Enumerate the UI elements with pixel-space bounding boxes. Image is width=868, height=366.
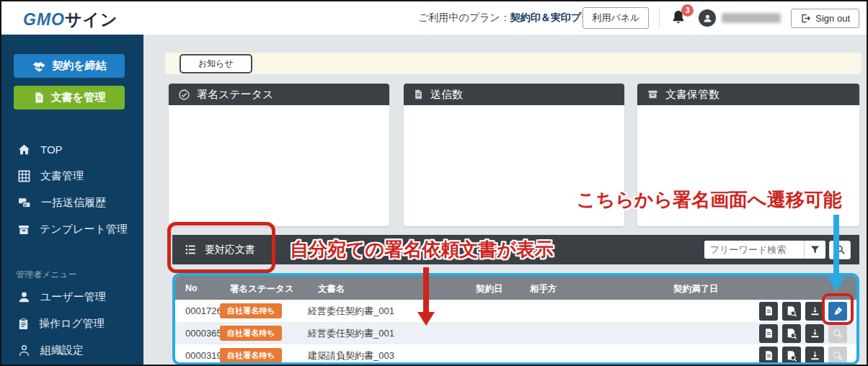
sidebar-item-label: 文書管理 [40,169,84,183]
row-actions [759,347,856,365]
topbar-divider [659,9,660,27]
main-content: お知らせ 署名ステータス 送信数 [143,35,867,365]
sidebar-spacer [1,117,143,136]
notice-bar: お知らせ [165,53,862,74]
sign-unavailable-button [828,324,847,343]
usage-panel-button[interactable]: 利用パネル [583,7,649,29]
topbar-controls: 利用パネル 3 Sig [583,1,859,35]
sidebar-item-label: テンプレート管理 [40,223,128,236]
notice-button[interactable]: お知らせ [180,54,252,73]
conclude-contract-label: 契約を締結 [52,59,106,73]
sidebar-item-operation-log[interactable]: 操作ログ管理 [1,311,143,337]
col-expiry-date: 契約満了日 [673,283,719,295]
manage-documents-button[interactable]: 文書を管理 [14,86,125,110]
username-redacted [722,13,781,23]
cell-document-name: 経営委任契約書_001 [308,305,466,318]
document-detail-button[interactable] [782,302,801,321]
logo-sign-text: サイン [65,10,118,29]
sidebar-item-batch-send-history[interactable]: 一括送信履歴 [1,189,143,216]
sign-document-button[interactable] [828,302,847,321]
sign-out-label: Sign out [815,13,850,24]
notification-count-badge: 3 [681,4,694,17]
sidebar-item-user-management[interactable]: ユーザー管理 [1,284,143,311]
file-icon [413,89,424,100]
panel-title: 署名ステータス [197,88,273,102]
app-window: GMOサイン ご利用中のプラン：契約印＆実印プラン+ 管理 利用パネル 3 [0,0,868,366]
person-icon [702,13,713,24]
row-actions [759,302,856,321]
download-button[interactable] [805,347,824,365]
panel-stored-documents: 文書保管数 [637,84,859,226]
sidebar-item-template-management[interactable]: テンプレート管理 [1,216,143,243]
conclude-contract-button[interactable]: 契約を締結 [14,54,125,78]
cell-no: 0000365 [175,328,220,339]
sidebar-item-top[interactable]: TOP [1,136,143,163]
storage-icon [647,89,659,100]
cell-no: 0000319 [175,350,220,361]
panel-sent-count: 送信数 [404,84,624,226]
search-box [704,241,825,259]
view-document-button[interactable] [759,347,778,365]
cell-no: 0001726 [175,305,220,316]
table-row[interactable]: 0000319 自社署名待ち 建築請負契約書_003 [175,344,856,365]
view-document-button[interactable] [759,324,778,343]
sign-unavailable-button [828,347,847,365]
panel-header: 送信数 [404,84,624,105]
gmo-sign-logo[interactable]: GMOサイン [23,9,118,31]
download-button[interactable] [805,302,824,321]
exit-icon [800,13,811,24]
notification-bell-icon[interactable]: 3 [670,9,688,27]
funnel-icon [810,244,820,255]
document-detail-button[interactable] [782,324,801,343]
keyword-search-input[interactable] [704,241,804,259]
document-detail-button[interactable] [782,347,801,365]
account-area[interactable] [699,9,781,27]
col-partner: 相手方 [530,283,557,295]
sidebar-item-document-management[interactable]: 文書管理 [1,163,143,189]
table-header: No 署名ステータス 文書名 契約日 相手方 契約満了日 [175,276,856,300]
pending-documents-label: 要対応文書 [205,244,255,256]
search-button[interactable] [829,241,851,259]
sidebar: 契約を締結 文書を管理 TOP 文書管理 [1,35,143,365]
sidebar-item-label: 一括送信履歴 [41,196,106,210]
panel-title: 送信数 [430,88,463,102]
download-button[interactable] [805,324,824,343]
table-row[interactable]: 0000365 自社署名待ち 経営委任契約書_001 [175,322,856,344]
sign-out-button[interactable]: Sign out [791,9,859,28]
sidebar-item-label: ユーザー管理 [40,290,106,304]
col-contract-date: 契約日 [476,283,503,295]
sidebar-spacer [1,243,143,262]
user-avatar [699,9,716,27]
pending-documents-title: 要対応文書 [172,244,255,256]
filter-button[interactable] [804,241,825,259]
archive-icon [17,223,30,236]
top-bar: GMOサイン ご利用中のプラン：契約印＆実印プラン+ 管理 利用パネル 3 [1,1,867,35]
sidebar-item-label: TOP [40,143,63,156]
document-icon [33,92,45,104]
logo-gmo-text: GMO [23,10,65,29]
sidebar-item-organization-settings[interactable]: 組織設定 [1,337,143,364]
pen-warning-icon [832,350,843,362]
search-icon [835,244,846,255]
status-badge: 自社署名待ち [220,303,282,318]
home-icon [17,143,31,156]
user-icon [17,290,31,304]
panel-signature-status: 署名ステータス [169,84,389,226]
batch-send-icon [17,196,32,210]
table-row[interactable]: 0001726 自社署名待ち 経営委任契約書_001 [175,300,856,322]
plan-label: ご利用中のプラン [418,12,500,23]
sidebar-item-label: 操作ログ管理 [39,317,105,331]
manage-documents-label: 文書を管理 [51,91,105,104]
col-no: No [185,283,198,293]
org-icon [17,344,31,357]
col-document-name: 文書名 [318,283,345,295]
check-circle-icon [178,89,190,101]
status-badge: 自社署名待ち [220,348,282,363]
handshake-icon [32,59,46,73]
pending-documents-bar: 要対応文書 [172,235,859,264]
search-area [704,241,851,259]
view-document-button[interactable] [759,302,778,321]
sidebar-item-label: 組織設定 [40,344,84,357]
list-icon [184,244,198,256]
cell-document-name: 建築請負契約書_003 [308,349,466,362]
